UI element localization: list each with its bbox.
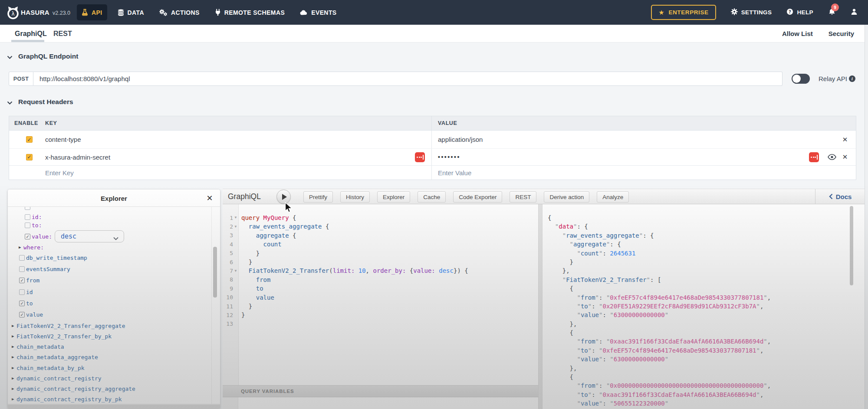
nav-item-data[interactable]: DATA (113, 5, 149, 20)
toolbar-button-analyze[interactable]: Analyze (597, 191, 629, 203)
field-checkbox[interactable] (19, 255, 25, 261)
explorer-row-chain_metadata_aggregate[interactable]: ▶chain_metadata_aggregate (12, 353, 98, 361)
notifications-button[interactable]: 9 (828, 7, 836, 17)
response-line: { (548, 373, 865, 381)
expand-arrow-icon: ▶ (12, 324, 16, 328)
toolbar-button-rest[interactable]: REST (510, 191, 536, 203)
order-direction-select[interactable]: desc (55, 230, 124, 242)
explorer-horizontal-scrollbar[interactable] (8, 404, 220, 409)
help-button[interactable]: ? HELP (786, 8, 813, 16)
line-number: 2 (223, 223, 233, 230)
explorer-row-value[interactable]: ✓value (19, 310, 43, 319)
explorer-row-where[interactable]: ▶where: (19, 243, 44, 252)
user-menu-button[interactable] (851, 8, 858, 16)
field-checkbox[interactable]: ✓ (19, 301, 25, 306)
response-line: "to": "0x20FE51A9229EEf2cF8Ad9E89d91CAb9… (548, 302, 865, 311)
enterprise-label: ENTERPRISE (668, 9, 708, 16)
explorer-row-FiatTokenV2_2_Transfer_by_pk[interactable]: ▶FiatTokenV2_2_Transfer_by_pk (12, 332, 112, 340)
enterprise-button[interactable]: ★ ENTERPRISE (651, 5, 716, 20)
nav-item-remote-schemas[interactable]: REMOTE SCHEMAS (210, 4, 289, 20)
nav-item-api[interactable]: API (77, 4, 107, 20)
root-field-label: FiatTokenV2_2_Transfer_by_pk (16, 333, 112, 340)
close-icon[interactable]: ✕ (205, 193, 214, 203)
explorer-scrollbar[interactable] (213, 247, 217, 298)
tab-rest[interactable]: REST (53, 25, 72, 43)
key-cell: content-type (45, 131, 431, 148)
field-checkbox[interactable]: ✓ (19, 278, 25, 283)
response-line: { (548, 284, 865, 293)
expand-arrow-icon: ▶ (12, 397, 16, 401)
nav-item-actions[interactable]: ACTIONS (155, 5, 204, 20)
query-variables-bar[interactable]: QUERY VARIABLES (223, 385, 538, 397)
explorer-row-id[interactable]: id (19, 288, 33, 296)
explorer-row-FiatTokenV2_2_Transfer_aggregate[interactable]: ▶FiatTokenV2_2_Transfer_aggregate (12, 321, 125, 330)
explorer-row-to[interactable]: to: (25, 221, 42, 229)
explorer-row-id[interactable]: id: (25, 213, 42, 221)
argument-checkbox[interactable]: ✓ (25, 234, 30, 239)
remove-header-icon[interactable]: ✕ (841, 153, 849, 161)
relay-api-toggle[interactable] (792, 74, 810, 84)
expand-arrow-icon: ▶ (12, 344, 16, 349)
docs-button[interactable]: Docs (815, 189, 865, 204)
response-line: "from": "0xaac391f166f33CdaEfaa4AfA6616A… (548, 337, 865, 346)
response-scrollbar[interactable] (850, 206, 853, 285)
editor-gutter: 1▼2▼34567▼8910111213 (223, 204, 239, 385)
eye-icon[interactable] (828, 154, 836, 161)
header-enabled-checkbox[interactable]: ✓ (26, 154, 33, 160)
request-headers-section-header[interactable]: Request Headers (7, 98, 73, 106)
table-header-row: ENABLE KEY VALUE (9, 116, 856, 131)
toolbar-button-prettify[interactable]: Prettify (303, 191, 333, 203)
explorer-row-eventsSummary[interactable]: eventsSummary (19, 265, 70, 273)
allow-list-link[interactable]: Allow List (782, 30, 813, 37)
query-editor[interactable]: query MyQuery { raw_events_aggregate { a… (239, 204, 468, 385)
nav-item-events[interactable]: EVENTS (295, 5, 341, 20)
explorer-row-dynamic_contract_registry_aggregate[interactable]: ▶dynamic_contract_registry_aggregate (12, 384, 135, 393)
query-variables-label: QUERY VARIABLES (241, 389, 294, 394)
graphql-endpoint-section-header[interactable]: GraphQL Endpoint (7, 52, 78, 61)
info-icon[interactable]: i (849, 75, 855, 82)
user-icon (851, 8, 858, 16)
query-variables-editor[interactable] (223, 397, 538, 409)
query-line: FiatTokenV2_2_Transfer(limit: 10, order_… (241, 266, 468, 275)
database-icon (118, 9, 124, 16)
toolbar-button-code-exporter[interactable]: Code Exporter (453, 191, 502, 203)
editor-response-resizer[interactable] (538, 204, 542, 409)
header-enabled-checkbox[interactable]: ✓ (26, 136, 33, 143)
admin-secret-icon[interactable] (415, 152, 425, 162)
toolbar-button-cache[interactable]: Cache (418, 191, 446, 203)
toolbar-button-explorer[interactable]: Explorer (377, 191, 410, 203)
hasura-logo-icon[interactable]: λ (7, 6, 20, 22)
toolbar-button-history[interactable]: History (340, 191, 370, 203)
explorer-row-dynamic_contract_registry[interactable]: ▶dynamic_contract_registry (12, 374, 102, 383)
chevron-down-icon (7, 53, 13, 61)
response-line: "from": "0xfeEF57c4f894e6417e468aDe98543… (548, 293, 865, 302)
explorer-row-dynamic_contract_registry_by_pk[interactable]: ▶dynamic_contract_registry_by_pk (12, 395, 122, 403)
window-scrollbar[interactable] (865, 25, 868, 409)
enter-value-input[interactable]: Enter Value (438, 169, 471, 177)
argument-checkbox[interactable] (25, 214, 30, 220)
field-checkbox[interactable] (25, 207, 30, 210)
toolbar-button-derive-action[interactable]: Derive action (544, 191, 589, 203)
graphql-endpoint-input[interactable] (33, 72, 783, 86)
explorer-row-chain_metadata_by_pk[interactable]: ▶chain_metadata_by_pk (12, 363, 85, 372)
explorer-row-value[interactable]: ✓value: (25, 232, 52, 241)
explorer-row-from[interactable]: ✓from (19, 276, 39, 285)
admin-secret-icon[interactable] (809, 152, 819, 162)
remove-header-icon[interactable]: ✕ (841, 136, 849, 144)
field-checkbox[interactable] (19, 289, 25, 295)
argument-checkbox[interactable] (25, 222, 30, 228)
query-editor-pane[interactable]: 1▼2▼34567▼8910111213 query MyQuery { raw… (223, 204, 538, 409)
explorer-row-to[interactable]: ✓to (19, 299, 33, 308)
field-checkbox[interactable]: ✓ (19, 312, 25, 317)
nav-item-label: REMOTE SCHEMAS (224, 9, 285, 16)
explorer-row-chain_metadata[interactable]: ▶chain_metadata (12, 342, 64, 351)
field-checkbox[interactable] (19, 266, 25, 272)
settings-button[interactable]: SETTINGS (731, 8, 772, 16)
explorer-row-db_write_timestamp[interactable]: db_write_timestamp (19, 253, 87, 262)
svg-text:λ: λ (11, 11, 14, 17)
response-line: "value": "63000000000000" (548, 311, 865, 319)
query-line: } (241, 258, 468, 266)
response-line: } (548, 258, 865, 266)
security-link[interactable]: Security (829, 30, 854, 37)
enter-key-input[interactable]: Enter Key (45, 169, 74, 177)
